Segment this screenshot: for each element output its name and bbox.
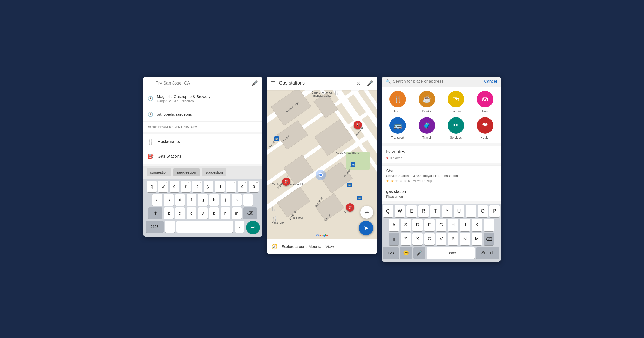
shift-key[interactable]: ⬆ <box>148 207 162 219</box>
category-fun[interactable]: 🎟 Fun <box>472 91 497 113</box>
key-j[interactable]: j <box>221 194 230 206</box>
s3-key-H[interactable]: H <box>448 219 458 231</box>
s3-key-Y[interactable]: Y <box>442 205 452 217</box>
key-m[interactable]: m <box>232 207 242 219</box>
s3-key-D[interactable]: D <box>412 219 423 231</box>
key-h[interactable]: h <box>209 194 219 206</box>
comma-key[interactable]: , <box>165 221 175 233</box>
more-history-label[interactable]: MORE FROM RECENT HISTORY <box>143 122 262 132</box>
quick-chip-2[interactable]: suggestion <box>173 168 200 176</box>
key-o[interactable]: 9o <box>238 181 247 192</box>
category-drinks[interactable]: ☕ Drinks <box>414 91 439 113</box>
s3-key-U[interactable]: U <box>454 205 464 217</box>
gas-pin-3[interactable]: ⛽ <box>346 203 354 212</box>
key-r[interactable]: 4r <box>181 181 191 192</box>
search-input[interactable] <box>156 81 248 86</box>
gas-pin-1[interactable]: ⛽ <box>354 121 362 129</box>
s3-key-G[interactable]: G <box>436 219 446 231</box>
s3-key-X[interactable]: X <box>412 233 423 245</box>
menu-icon[interactable]: ☰ <box>271 80 275 86</box>
key-x[interactable]: x <box>175 207 185 219</box>
category-health[interactable]: ❤ Health <box>472 117 497 139</box>
s2-mic-icon[interactable]: 🎤 <box>367 80 373 86</box>
s3-key-E[interactable]: E <box>406 205 417 217</box>
s3-space-key[interactable]: space <box>427 247 475 259</box>
s3-key-W[interactable]: W <box>395 205 405 217</box>
key-p[interactable]: 0p <box>249 181 259 192</box>
key-k[interactable]: k <box>232 194 242 206</box>
category-travel[interactable]: 🧳 Travel <box>414 117 439 139</box>
s3-emoji-key[interactable]: 😊 <box>400 247 412 259</box>
key-y[interactable]: 6y <box>204 181 213 192</box>
s3-key-M[interactable]: M <box>472 233 482 245</box>
s3-key-L[interactable]: L <box>484 219 494 231</box>
clock-icon-1: 🕐 <box>148 96 153 102</box>
category-shopping[interactable]: 🛍 Shopping <box>443 91 468 113</box>
key-l[interactable]: l <box>243 194 253 206</box>
s3-key-J[interactable]: J <box>460 219 470 231</box>
key-i[interactable]: 8i <box>226 181 236 192</box>
key-c[interactable]: c <box>187 207 196 219</box>
key-a[interactable]: a <box>152 194 162 206</box>
s3-key-F[interactable]: F <box>424 219 435 231</box>
num-switch-key[interactable]: ?123 <box>146 221 164 233</box>
s3-key-I[interactable]: I <box>466 205 476 217</box>
quick-chip-3[interactable]: suggestion <box>202 168 226 176</box>
category-transport[interactable]: 🚌 Transport <box>385 117 410 139</box>
s3-search-input[interactable] <box>393 79 482 84</box>
category-food[interactable]: 🍴 Food <box>385 91 410 113</box>
history-item-1[interactable]: 🕐 Magnolia Gastropub & Brewery Haight St… <box>143 90 262 107</box>
gas-pin-2[interactable]: ⛽ <box>282 178 290 186</box>
s3-key-V[interactable]: V <box>436 233 446 245</box>
category-services[interactable]: ✂ Services <box>443 117 468 139</box>
key-u[interactable]: 7u <box>215 181 225 192</box>
enter-key[interactable]: ↵ <box>246 221 260 234</box>
history-item-2[interactable]: 🕐 orthopedic surgeons <box>143 107 262 122</box>
suggestion-gas-stations[interactable]: ⛽ Gas Stations <box>143 149 262 164</box>
back-icon[interactable]: ← <box>148 80 153 86</box>
mic-icon[interactable]: 🎤 <box>251 80 258 86</box>
key-b[interactable]: b <box>209 207 219 219</box>
key-f[interactable]: f <box>187 194 196 206</box>
s3-key-Z[interactable]: Z <box>401 233 411 245</box>
close-icon[interactable]: ✕ <box>356 80 361 86</box>
s3-search-key[interactable]: Search <box>476 247 499 259</box>
key-s[interactable]: s <box>164 194 174 206</box>
directions-button[interactable]: ➤ <box>359 221 373 235</box>
s3-delete-key[interactable]: ⌫ <box>484 233 494 245</box>
s3-key-S[interactable]: S <box>401 219 411 231</box>
key-v[interactable]: v <box>198 207 208 219</box>
locate-button[interactable]: ⊕ <box>360 206 373 219</box>
key-d[interactable]: d <box>175 194 185 206</box>
suggestion-restaurants[interactable]: 🍴 Restaurants <box>143 134 262 149</box>
favorites-sub: ♥ 0 places <box>382 156 501 163</box>
s3-key-B[interactable]: B <box>448 233 458 245</box>
key-w[interactable]: 2w <box>158 181 168 192</box>
s3-key-T[interactable]: T <box>430 205 440 217</box>
key-t[interactable]: 5t <box>192 181 202 192</box>
place-shell[interactable]: Shell Service Stations · 3790 Hopyard Rd… <box>382 165 501 186</box>
s3-num-key[interactable]: 123 <box>383 247 399 259</box>
delete-key[interactable]: ⌫ <box>243 207 257 219</box>
key-g[interactable]: g <box>198 194 208 206</box>
s3-key-P[interactable]: P <box>489 205 500 217</box>
map-view[interactable]: California St Pine St Beale St Fremont S… <box>267 90 377 239</box>
s3-key-N[interactable]: N <box>460 233 470 245</box>
s3-key-O[interactable]: O <box>478 205 488 217</box>
cancel-button[interactable]: Cancel <box>484 79 497 84</box>
place-gas-station[interactable]: gas station Pleasanton <box>382 186 501 201</box>
s3-key-K[interactable]: K <box>472 219 482 231</box>
key-e[interactable]: 3e <box>170 181 179 192</box>
s3-key-A[interactable]: A <box>389 219 399 231</box>
s3-mic-key[interactable]: 🎤 <box>413 247 425 259</box>
key-q[interactable]: 1q <box>147 181 157 192</box>
s3-key-Q[interactable]: Q <box>383 205 393 217</box>
period-key[interactable]: . <box>235 221 244 233</box>
key-n[interactable]: n <box>221 207 230 219</box>
space-key[interactable] <box>176 221 233 233</box>
quick-chip-1[interactable]: suggestion <box>147 168 171 176</box>
key-z[interactable]: z <box>164 207 174 219</box>
s3-shift-key[interactable]: ⬆ <box>389 233 399 245</box>
s3-key-C[interactable]: C <box>424 233 435 245</box>
s3-key-R[interactable]: R <box>418 205 429 217</box>
